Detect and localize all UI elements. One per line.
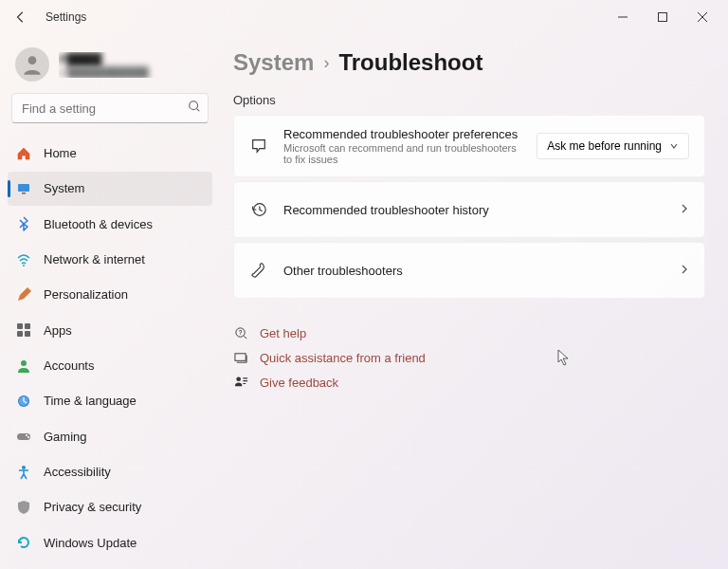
- feedback-icon: [233, 375, 248, 390]
- nav-label: Privacy & security: [44, 500, 141, 514]
- privacy-icon: [15, 499, 32, 516]
- nav-label: Gaming: [44, 430, 87, 444]
- nav-privacy[interactable]: Privacy & security: [8, 490, 212, 523]
- card-subtitle: Microsoft can recommend and run troubles…: [283, 142, 521, 165]
- nav-apps[interactable]: Apps: [8, 314, 212, 347]
- system-icon: [15, 180, 32, 197]
- search: [11, 93, 209, 123]
- nav-label: Accounts: [44, 358, 94, 373]
- card-prefs: Recommended troubleshooter preferences M…: [233, 115, 705, 177]
- gaming-icon: [15, 428, 32, 445]
- nav-label: Network & internet: [44, 252, 145, 266]
- card-other[interactable]: Other troubleshooters: [233, 242, 705, 299]
- nav-label: Time & language: [44, 394, 136, 408]
- chat-icon: [249, 137, 268, 156]
- prefs-dropdown[interactable]: Ask me before running: [537, 133, 689, 159]
- section-label: Options: [233, 93, 705, 107]
- chevron-down-icon: [669, 141, 679, 151]
- svg-rect-11: [25, 331, 30, 337]
- nav-label: Accessibility: [44, 465, 111, 479]
- svg-rect-9: [25, 323, 30, 329]
- wrench-icon: [249, 261, 268, 280]
- avatar-icon: [20, 52, 45, 77]
- search-icon: [188, 100, 201, 117]
- time-icon: [15, 393, 32, 410]
- nav-network[interactable]: Network & internet: [8, 243, 212, 276]
- profile[interactable]: P████ sr███████████: [8, 44, 212, 93]
- back-arrow-icon: [14, 10, 27, 24]
- nav-label: System: [44, 181, 84, 195]
- link-help[interactable]: ? Get help: [233, 325, 705, 340]
- svg-rect-10: [17, 331, 23, 337]
- assist-icon: [233, 350, 248, 365]
- minimize-button[interactable]: [603, 3, 643, 31]
- nav-label: Apps: [44, 323, 72, 338]
- nav-time[interactable]: Time & language: [8, 384, 212, 417]
- search-input[interactable]: [11, 93, 209, 123]
- update-icon: [15, 534, 32, 551]
- svg-point-7: [23, 265, 25, 266]
- breadcrumb: System › Troubleshoot: [233, 49, 705, 76]
- history-icon: [249, 200, 268, 219]
- nav-accounts[interactable]: Accounts: [8, 349, 212, 382]
- profile-email: sr███████████: [59, 66, 205, 78]
- profile-name: P████: [59, 52, 205, 66]
- breadcrumb-current: Troubleshoot: [338, 49, 482, 76]
- accessibility-icon: [15, 464, 32, 481]
- nav-bluetooth[interactable]: Bluetooth & devices: [8, 208, 212, 241]
- svg-rect-23: [234, 353, 245, 360]
- avatar: [15, 47, 49, 82]
- close-button[interactable]: [682, 3, 722, 31]
- svg-point-17: [27, 436, 29, 438]
- help-icon: ?: [233, 325, 248, 340]
- link-text: Quick assistance from a friend: [260, 351, 426, 365]
- link-feedback[interactable]: Give feedback: [233, 375, 705, 390]
- maximize-button[interactable]: [643, 3, 682, 31]
- svg-rect-5: [18, 184, 29, 192]
- nav-system[interactable]: System: [8, 172, 212, 205]
- svg-text:?: ?: [238, 329, 242, 336]
- chevron-right-icon: [680, 201, 689, 218]
- chevron-right-icon: [680, 262, 689, 279]
- svg-point-2: [28, 56, 37, 64]
- sidebar: P████ sr███████████ Home System Bluetoot…: [0, 34, 218, 569]
- nav-home[interactable]: Home: [8, 137, 212, 170]
- app-title: Settings: [46, 10, 86, 24]
- svg-line-4: [197, 109, 200, 112]
- link-assist[interactable]: Quick assistance from a friend: [233, 350, 705, 365]
- svg-rect-8: [17, 323, 23, 329]
- nav-label: Windows Update: [44, 536, 136, 550]
- link-list: ? Get help Quick assistance from a frien…: [233, 325, 705, 390]
- nav-update[interactable]: Windows Update: [8, 526, 212, 560]
- dropdown-label: Ask me before running: [547, 139, 662, 153]
- close-icon: [698, 12, 707, 22]
- accounts-icon: [15, 358, 32, 375]
- network-icon: [15, 251, 32, 268]
- personalization-icon: [15, 286, 32, 303]
- breadcrumb-parent[interactable]: System: [233, 49, 314, 76]
- svg-point-18: [22, 466, 26, 469]
- home-icon: [15, 145, 32, 162]
- nav-personalization[interactable]: Personalization: [8, 278, 212, 311]
- svg-point-3: [190, 101, 198, 110]
- breadcrumb-separator: ›: [323, 53, 329, 73]
- nav-label: Home: [44, 146, 77, 160]
- svg-point-24: [236, 376, 241, 381]
- back-button[interactable]: [6, 2, 36, 32]
- apps-icon: [15, 321, 32, 339]
- nav-accessibility[interactable]: Accessibility: [8, 455, 212, 488]
- titlebar: Settings: [0, 0, 728, 34]
- bluetooth-icon: [15, 215, 32, 232]
- link-text: Give feedback: [260, 376, 338, 390]
- card-title: Other troubleshooters: [283, 264, 664, 278]
- card-history[interactable]: Recommended troubleshooter history: [233, 181, 705, 238]
- card-title: Recommended troubleshooter history: [283, 203, 664, 217]
- nav-gaming[interactable]: Gaming: [8, 420, 212, 453]
- minimize-icon: [618, 12, 628, 22]
- nav-label: Personalization: [44, 287, 128, 302]
- window-controls: [603, 3, 722, 31]
- card-title: Recommended troubleshooter preferences: [283, 127, 521, 141]
- svg-point-12: [21, 360, 27, 366]
- nav-list: Home System Bluetooth & devices Network …: [8, 137, 212, 560]
- svg-rect-6: [22, 193, 26, 194]
